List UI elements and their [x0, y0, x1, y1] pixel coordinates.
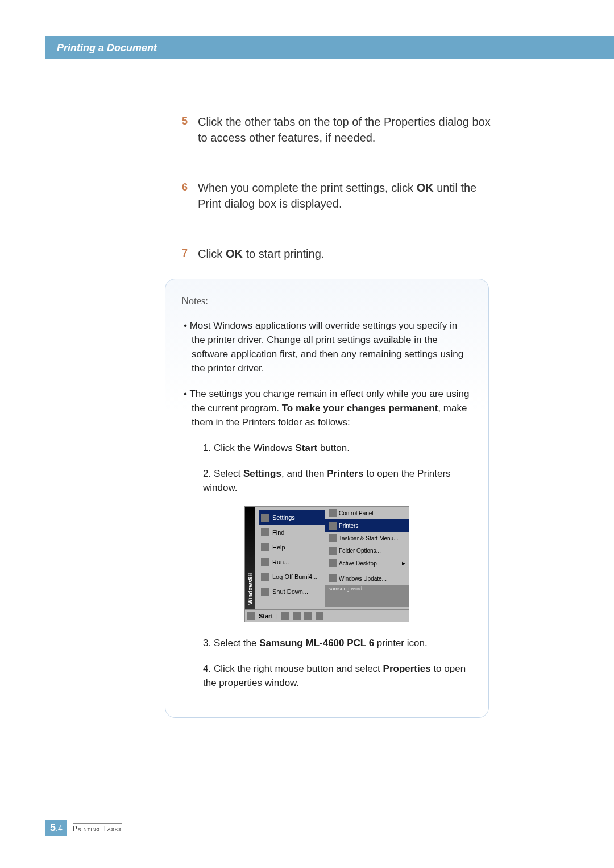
main-content: 5 Click the other tabs on the top of the…: [182, 114, 500, 296]
text-part: button.: [317, 443, 350, 453]
submenu-printers[interactable]: Printers: [325, 519, 409, 532]
bold-printers: Printers: [327, 468, 363, 479]
step-text: Click OK to start printing.: [198, 246, 324, 262]
page-minor: .4: [56, 824, 63, 833]
printers-icon: [329, 522, 337, 530]
page-major: 5: [50, 822, 56, 833]
find-icon: [261, 528, 269, 536]
notes-step-3: 3. Select the Samsung ML-4600 PCL 6 prin…: [181, 636, 472, 650]
screenshot-body: Windows98 Settings Find Help: [245, 507, 409, 609]
menu-separator: [325, 571, 409, 571]
bold-settings: Settings: [243, 468, 281, 479]
text-part: 2. Select: [203, 468, 243, 479]
menu-label: Run...: [272, 559, 289, 565]
tray-icon-4[interactable]: [316, 612, 323, 620]
page-footer: 5.4 Printing Tasks: [45, 820, 122, 836]
step-number: 6: [182, 180, 188, 195]
step-number: 7: [182, 246, 188, 261]
step-number: 5: [182, 114, 188, 129]
settings-icon: [261, 514, 269, 522]
gray-label: samsung-word: [329, 586, 362, 592]
submenu-gray-region: samsung-word: [325, 585, 409, 607]
submenu-folder-options[interactable]: Folder Options...: [325, 544, 409, 557]
start-menu-left: Windows98 Settings Find Help: [245, 507, 325, 609]
menu-item-help[interactable]: Help: [259, 540, 325, 555]
bold-properties: Properties: [383, 663, 431, 674]
footer-section-title: Printing Tasks: [73, 823, 122, 833]
text-part: to start printing.: [243, 247, 324, 260]
control-panel-icon: [329, 509, 337, 517]
start-menu-items: Settings Find Help Run...: [245, 507, 325, 599]
menu-label: Log Off Bumi4...: [272, 573, 317, 580]
notes-bullet-1: Most Windows applications will override …: [181, 319, 472, 375]
page-number: 5.4: [45, 820, 67, 836]
text-part: Click: [198, 247, 226, 260]
submenu-label: Taskbar & Start Menu...: [339, 535, 399, 542]
submenu-label: Windows Update...: [339, 576, 387, 582]
submenu-active-desktop[interactable]: Active Desktop ▶: [325, 557, 409, 569]
bold-printer-name: Samsung ML-4600 PCL 6: [259, 638, 374, 648]
menu-item-logoff[interactable]: Log Off Bumi4...: [259, 569, 325, 584]
text-part: 4. Click the right mouse button and sele…: [203, 663, 383, 674]
tray-icon-1[interactable]: [281, 612, 289, 620]
text-part: 1. Click the Windows: [203, 443, 296, 453]
step-6: 6 When you complete the print settings, …: [182, 180, 500, 212]
step-text: Click the other tabs on the top of the P…: [198, 114, 500, 146]
sidebar-brand: Windows98: [247, 573, 254, 605]
folder-icon: [329, 547, 337, 555]
step-7: 7 Click OK to start printing.: [182, 246, 500, 262]
tray-icon-3[interactable]: [304, 612, 312, 620]
tray-icon-2[interactable]: [293, 612, 301, 620]
bold-ok: OK: [417, 181, 434, 194]
bold-permanent: To make your changes permanent: [282, 403, 438, 414]
windows-logo-icon: [247, 612, 255, 620]
notes-step-2: 2. Select Settings, and then Printers to…: [181, 466, 472, 495]
windows-screenshot: Windows98 Settings Find Help: [244, 506, 409, 622]
bold-ok: OK: [226, 247, 243, 260]
chevron-right-icon: ▶: [402, 561, 405, 566]
logoff-icon: [261, 573, 269, 581]
header-title: Printing a Document: [57, 42, 157, 54]
start-button[interactable]: Start: [259, 613, 273, 619]
notes-bullet-2: The settings you change remain in effect…: [181, 387, 472, 429]
text-part: 3. Select the: [203, 638, 259, 648]
submenu-windows-update[interactable]: Windows Update...: [325, 572, 409, 585]
text-part: , and then: [281, 468, 327, 479]
menu-label: Shut Down...: [272, 588, 308, 595]
step-text: When you complete the print settings, cl…: [198, 180, 500, 212]
menu-item-settings[interactable]: Settings: [259, 510, 325, 525]
desktop-icon: [329, 559, 337, 567]
submenu-control-panel[interactable]: Control Panel: [325, 507, 409, 519]
submenu-label: Folder Options...: [339, 548, 381, 554]
update-icon: [329, 574, 337, 582]
help-icon: [261, 543, 269, 551]
settings-submenu: Control Panel Printers Taskbar & Start M…: [325, 507, 409, 609]
header-band: Printing a Document: [45, 36, 614, 59]
run-icon: [261, 558, 269, 566]
menu-label: Help: [272, 544, 285, 551]
notes-box: Notes: Most Windows applications will ov…: [165, 279, 489, 718]
notes-title: Notes:: [181, 295, 472, 307]
step-5: 5 Click the other tabs on the top of the…: [182, 114, 500, 146]
text-part: printer icon.: [374, 638, 428, 648]
start-menu-sidebar: Windows98: [245, 507, 255, 609]
shutdown-icon: [261, 588, 269, 596]
taskbar-icon: [329, 534, 337, 542]
taskbar: Start |: [245, 609, 409, 622]
submenu-taskbar[interactable]: Taskbar & Start Menu...: [325, 532, 409, 544]
notes-step-1: 1. Click the Windows Start button.: [181, 441, 472, 455]
menu-item-shutdown[interactable]: Shut Down...: [259, 584, 325, 599]
menu-label: Settings: [272, 514, 295, 521]
menu-item-run[interactable]: Run...: [259, 555, 325, 569]
notes-step-4: 4. Click the right mouse button and sele…: [181, 662, 472, 690]
submenu-label: Active Desktop: [339, 560, 377, 567]
taskbar-separator: |: [276, 613, 278, 619]
menu-item-find[interactable]: Find: [259, 525, 325, 540]
text-part: When you complete the print settings, cl…: [198, 181, 417, 194]
submenu-label: Printers: [339, 523, 358, 529]
submenu-label: Control Panel: [339, 510, 374, 516]
bold-start: Start: [296, 443, 318, 453]
menu-label: Find: [272, 529, 284, 536]
